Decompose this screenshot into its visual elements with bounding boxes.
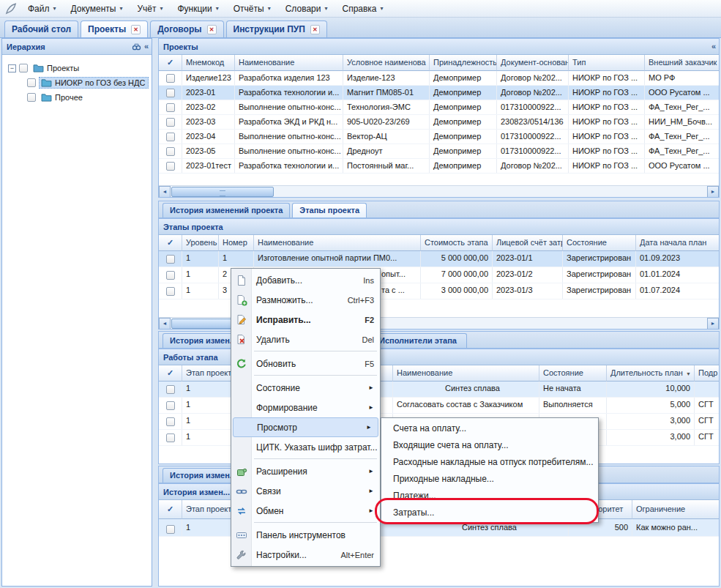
column-header[interactable]: Внешний заказчик (645, 55, 720, 71)
collapse-icon[interactable]: « (711, 41, 716, 51)
column-header[interactable]: Дата начала план (636, 235, 720, 251)
tree-item-projects[interactable]: − Проекты (2, 61, 152, 75)
close-icon[interactable]: ✕ (207, 25, 217, 34)
row-checkbox[interactable] (159, 398, 182, 413)
submenu-item-costs[interactable]: Затраты... (381, 504, 598, 521)
menu-item-duplicate[interactable]: Размножить... Ctrl+F3 (231, 290, 380, 310)
binoculars-icon[interactable] (132, 42, 141, 51)
row-checkbox[interactable] (159, 144, 182, 158)
checkbox-icon[interactable] (19, 64, 28, 72)
table-row[interactable]: 2023-04 Выполнение опытно-конс... Вектор… (159, 130, 719, 144)
column-header[interactable]: Номер (219, 235, 254, 251)
scroll-left-button[interactable]: ◄ (159, 186, 171, 198)
column-header[interactable]: Подр (695, 365, 720, 382)
horizontal-scrollbar[interactable]: ◄ ► (159, 185, 719, 197)
menu-functions[interactable]: Функции▾ (170, 1, 225, 16)
column-header[interactable]: Наименование (235, 55, 343, 71)
submenu-item-payments[interactable]: Платежи... (381, 487, 598, 504)
menu-item-state[interactable]: Состояние ► (231, 378, 380, 398)
tab-desktop[interactable]: Рабочий стол (4, 21, 78, 37)
scroll-right-button[interactable]: ► (707, 318, 719, 330)
menu-file[interactable]: Файл▾ (20, 1, 64, 16)
menu-reports[interactable]: Отчёты▾ (226, 1, 278, 16)
tree-expand-icon[interactable]: − (8, 64, 16, 72)
column-header[interactable]: Стоимость этапа (421, 235, 493, 251)
menu-item-settings[interactable]: Настройки... Alt+Enter (231, 545, 380, 565)
checkbox-icon[interactable] (27, 93, 36, 102)
table-row-selected[interactable]: 2023-01 Разработка технологии и... Магни… (159, 86, 719, 100)
check-column-header[interactable]: ✓ (159, 55, 182, 71)
scroll-right-button[interactable]: ► (707, 186, 719, 198)
menu-item-citk-code[interactable]: ЦИТК. Указать шифр затрат... (231, 437, 380, 457)
menu-accounting[interactable]: Учёт▾ (130, 1, 170, 16)
submenu-item-incoming-invoices[interactable]: Входящие счета на оплату... (381, 436, 598, 453)
column-header[interactable]: Тип (569, 55, 645, 71)
table-row[interactable]: 2023-02 Выполнение опытно-конс... Технол… (159, 100, 719, 115)
table-row[interactable]: 2023-03 Разработка ЭКД и РКД н... 905-U0… (159, 115, 719, 130)
row-checkbox[interactable] (159, 283, 182, 299)
tab-contracts[interactable]: Договоры✕ (150, 21, 223, 37)
check-column-header[interactable]: ✓ (159, 500, 182, 519)
column-header[interactable]: Наименование (393, 365, 539, 382)
checkbox-icon[interactable] (27, 78, 36, 87)
close-icon[interactable]: ✕ (131, 25, 141, 34)
submenu-item-receipt-waybills[interactable]: Приходные накладные... (381, 470, 598, 487)
column-header[interactable]: Лицевой счёт затрат (493, 235, 563, 251)
menu-item-refresh[interactable]: Обновить F5 (231, 354, 380, 373)
tab-instructions[interactable]: Инструкции ПУП✕ (226, 21, 327, 37)
tree-item-other[interactable]: Прочее (2, 90, 152, 105)
menu-item-formation[interactable]: Формирование ► (231, 398, 380, 417)
tree-item-niokr[interactable]: НИОКР по ГОЗ без НДС (2, 75, 152, 90)
row-checkbox[interactable] (159, 430, 182, 445)
menu-dictionaries[interactable]: Словари▾ (278, 1, 335, 16)
column-header[interactable]: Мнемокод (182, 55, 235, 71)
scroll-left-button[interactable]: ◄ (159, 318, 171, 330)
menu-item-exchange[interactable]: Обмен ► (231, 501, 380, 521)
menu-item-view[interactable]: Просмотр ► (233, 417, 378, 437)
row-checkbox[interactable] (159, 71, 182, 85)
close-icon[interactable]: ✕ (310, 25, 320, 34)
submenu-item-expense-waybills[interactable]: Расходные накладные на отпуск потребител… (381, 453, 598, 470)
collapse-icon[interactable]: « (144, 41, 149, 51)
column-header[interactable]: Принадлежность (430, 55, 497, 71)
menu-documents[interactable]: Документы▾ (64, 1, 130, 16)
column-header[interactable]: Уровень (182, 235, 219, 251)
row-checkbox[interactable] (159, 414, 182, 429)
column-header[interactable]: Наименование (254, 235, 421, 251)
column-header[interactable]: Ограничение (632, 500, 720, 519)
table-row[interactable]: 2023-05 Выполнение опытно-конс... Дредно… (159, 144, 719, 159)
menu-item-links[interactable]: Связи ► (231, 481, 380, 501)
column-header-sorted[interactable]: Длительность план▼ (607, 365, 695, 382)
table-row[interactable]: Изделие123 Разработка изделия 123 Издели… (159, 71, 719, 86)
column-header[interactable]: Условное наименова (343, 55, 430, 71)
menu-item-add[interactable]: Добавить... Ins (231, 270, 380, 290)
column-header[interactable]: Состояние (563, 235, 636, 251)
menu-help[interactable]: Справка▾ (335, 1, 390, 16)
tab-projects[interactable]: Проекты✕ (81, 21, 148, 37)
column-header[interactable]: Документ-основан (497, 55, 569, 71)
check-column-header[interactable]: ✓ (159, 365, 182, 382)
tab-work-history[interactable]: История измен... (162, 468, 236, 483)
menu-item-edit[interactable]: Исправить... F2 (231, 310, 380, 330)
row-checkbox[interactable] (159, 130, 182, 144)
row-checkbox[interactable] (159, 251, 182, 267)
row-checkbox[interactable] (159, 267, 182, 283)
row-checkbox[interactable] (159, 100, 182, 114)
tab-project-history[interactable]: История изменений проекта (162, 203, 290, 217)
column-header[interactable]: Состояние (539, 365, 607, 382)
row-checkbox[interactable] (159, 519, 182, 536)
tab-stage-executors[interactable]: Исполнители этапа (372, 333, 467, 348)
check-column-header[interactable]: ✓ (159, 235, 182, 251)
table-row[interactable]: 2023-01тест Разработка технологии и... П… (159, 159, 719, 174)
row-checkbox[interactable] (159, 86, 182, 100)
scroll-thumb[interactable] (171, 187, 274, 197)
menu-item-extensions[interactable]: Расширения ► (231, 461, 380, 481)
tab-project-stages[interactable]: Этапы проекта (292, 203, 367, 217)
submenu-item-invoices[interactable]: Счета на оплату... (381, 420, 598, 436)
table-row-selected[interactable]: 1 1 Изготовление опытной партии ПМ0... 5… (159, 251, 719, 267)
menu-item-toolbar[interactable]: Панель инструментов (231, 525, 380, 545)
row-checkbox[interactable] (159, 382, 182, 397)
menu-item-delete[interactable]: Удалить Del (231, 330, 380, 349)
row-checkbox[interactable] (159, 115, 182, 129)
row-checkbox[interactable] (159, 159, 182, 173)
